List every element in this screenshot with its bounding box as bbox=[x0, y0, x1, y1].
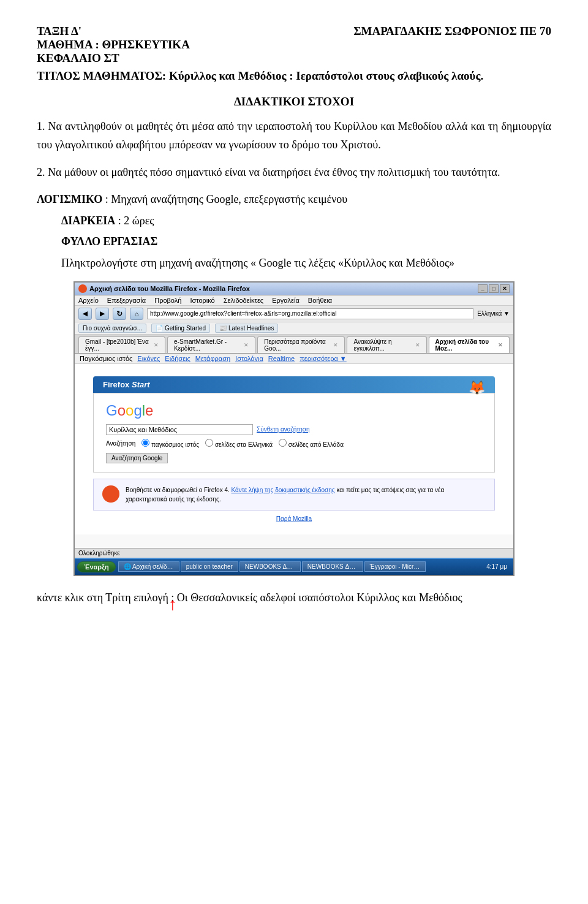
forward-btn[interactable]: ▶ bbox=[96, 308, 109, 320]
logo-o1: o bbox=[118, 402, 126, 419]
tab-encyclopedia-label: Ανακαλύψτε η εγκυκλοπ... bbox=[353, 338, 412, 352]
taskbar-item-documents[interactable]: Έγγραφοι - Microsof... bbox=[364, 561, 426, 572]
maximize-btn[interactable]: □ bbox=[489, 284, 499, 293]
bookmarks-bar: Πιο συχνά αναγνώσ... 📄 Getting Started 📰… bbox=[75, 322, 513, 335]
start-label: Έναρξη bbox=[84, 563, 109, 571]
duration-section: ΔΙΑΡΚΕΙΑ : 2 ώρες bbox=[61, 211, 551, 230]
start-button[interactable]: Έναρξη bbox=[77, 561, 116, 572]
bottom-text: κάντε κλικ στη Τρίτη επιλογή : Οι Θεσσαλ… bbox=[37, 588, 551, 607]
firefox-start-bold: Start bbox=[132, 380, 150, 389]
browser-titlebar-btns[interactable]: _ □ ✕ bbox=[478, 284, 510, 293]
search-input-row: Σύνθετη αναζήτηση bbox=[106, 424, 482, 435]
taskbar-item-newbooks2[interactable]: NEWBOOKS ΔΗΜΟΤΙ... bbox=[302, 561, 363, 572]
address-bar[interactable]: http://www.google.gr/firefox?client=fire… bbox=[147, 308, 473, 319]
back-btn[interactable]: ◀ bbox=[78, 308, 92, 320]
taskbar-item-home[interactable]: 🌐 Αρχική σελίδα του ... bbox=[118, 561, 179, 572]
left-header: ΤΑΞΗ Δ' ΜΑΘΗΜΑ : ΘΡΗΣΚΕΥΤΙΚΑ ΚΕΦΑΛΑΙΟ ΣΤ bbox=[37, 25, 190, 65]
objective-2-num: 2. bbox=[37, 166, 45, 178]
software-colon: : bbox=[105, 193, 108, 205]
taskbar-item-public[interactable]: public on teacher bbox=[181, 561, 238, 572]
reload-btn[interactable]: ↻ bbox=[113, 308, 126, 320]
browser-content: Firefox Start 🦊 Google Σύνθετη αναζήτηση… bbox=[75, 364, 513, 548]
firefox-page: Firefox Start 🦊 Google Σύνθετη αναζήτηση… bbox=[75, 364, 513, 534]
worksheet-label: ΦΥΛΛΟ ΕΡΓΑΣΙΑΣ bbox=[61, 235, 157, 248]
info-link[interactable]: Κάντε λήψη της δοκιμαστικής έκδοσης bbox=[232, 487, 335, 493]
nav-worldwide[interactable]: Παγκόσμιος ιστός bbox=[80, 355, 132, 362]
title-line: ΤΙΤΛΟΣ ΜΑΘΗΜΑΤΟΣ: Κύριλλος και Μεθόδιος … bbox=[37, 67, 551, 85]
tab-encyclopedia-close[interactable]: ✕ bbox=[415, 342, 420, 348]
software-value: Μηχανή αναζήτησης Google, επεξεργαστής κ… bbox=[111, 193, 347, 205]
menu-view[interactable]: Προβολή bbox=[154, 297, 181, 304]
browser-titlebar-left: Αρχική σελίδα του Mozilla Firefox - Mozi… bbox=[78, 284, 250, 293]
advanced-search-link[interactable]: Σύνθετη αναζήτηση bbox=[257, 426, 310, 433]
info-icon bbox=[102, 485, 119, 503]
close-btn[interactable]: ✕ bbox=[500, 284, 510, 293]
objective-2-text: Να μάθουν οι μαθητές πόσο σημαντικό είνα… bbox=[48, 166, 500, 178]
didactic-heading: ΔΙΔΑΚΤΙΚΟΙ ΣΤΟΧΟΙ bbox=[37, 95, 551, 108]
logistics-section: ΛΟΓΙΣΜΙΚΟ : Μηχανή αναζήτησης Google, επ… bbox=[37, 190, 551, 209]
logo-e: e bbox=[145, 402, 153, 419]
nav-more[interactable]: περισσότερα ▼ bbox=[300, 355, 347, 362]
nav-images[interactable]: Εικόνες bbox=[137, 355, 160, 362]
firefox-blue-bar: Firefox Start 🦊 bbox=[93, 376, 495, 393]
menu-history[interactable]: Ιστορικό bbox=[190, 297, 214, 304]
bookmark-headlines[interactable]: 📰 Latest Headlines bbox=[215, 324, 278, 333]
tab-google-products-label: Περισσότερα προϊόντα Goo... bbox=[264, 338, 331, 352]
search-button[interactable]: Αναζήτηση Google bbox=[106, 453, 168, 463]
home-btn[interactable]: ⌂ bbox=[130, 308, 143, 320]
radio-greek[interactable]: σελίδες στα Ελληνικά bbox=[205, 439, 273, 448]
bookmark-1[interactable]: Πιο συχνά αναγνώσ... bbox=[78, 324, 146, 333]
menu-bookmarks[interactable]: Σελιδοδείκτες bbox=[224, 297, 263, 304]
logo-g2: g bbox=[134, 402, 141, 419]
browser-titlebar: Αρχική σελίδα του Mozilla Firefox - Mozi… bbox=[75, 283, 513, 295]
taskbar-items: 🌐 Αρχική σελίδα του ... public on teache… bbox=[118, 561, 481, 572]
tab-mozilla-home[interactable]: Αρχική σελίδα του Μοz... ✕ bbox=[429, 336, 510, 353]
tab-gmail[interactable]: Gmail - [tpe2010b] Ένα έγγ... ✕ bbox=[78, 336, 165, 353]
menu-help[interactable]: Βοήθεια bbox=[308, 297, 332, 304]
didactic-section: ΔΙΔΑΚΤΙΚΟΙ ΣΤΟΧΟΙ 1. Να αντιληφθούν οι μ… bbox=[37, 95, 551, 182]
browser-title-text: Αρχική σελίδα του Mozilla Firefox - Mozi… bbox=[89, 285, 250, 292]
tab-esmart[interactable]: e-SmartMarket.Gr - Κερδίστ... ✕ bbox=[167, 336, 255, 353]
nav-translate[interactable]: Μετάφραση bbox=[195, 355, 230, 362]
tabs-bar: Gmail - [tpe2010b] Ένα έγγ... ✕ e-SmartM… bbox=[75, 335, 513, 354]
bookmark-getting-started[interactable]: 📄 Getting Started bbox=[151, 324, 210, 333]
worksheet-instruction: Πληκτρολογήστε στη μηχανή αναζήτησης « G… bbox=[61, 254, 551, 273]
radio-options-row: Αναζήτηση παγκόσμιος ιστός σελίδες στα Ε… bbox=[106, 439, 482, 448]
taskbar-item-newbooks1[interactable]: NEWBOOKS ΔΗΜΟΤΙ... bbox=[239, 561, 301, 572]
mozilla-link-text: Παρά Mozilla bbox=[276, 515, 312, 522]
class-label: ΤΑΞΗ Δ' bbox=[37, 25, 190, 38]
nav-realtime[interactable]: Realtime bbox=[268, 355, 295, 362]
menu-edit[interactable]: Επεξεργασία bbox=[107, 297, 146, 304]
statusbar-text: Ολοκληρώθηκε bbox=[78, 550, 120, 556]
minimize-btn[interactable]: _ bbox=[478, 284, 488, 293]
search-box-area: Google Σύνθετη αναζήτηση Αναζήτηση παγκό… bbox=[93, 393, 495, 473]
info-text-content: Βοηθήστε να διαμορφωθεί ο Firefox 4. Κάν… bbox=[126, 485, 486, 504]
radio-worldwide[interactable]: παγκόσμιος ιστός bbox=[141, 439, 199, 448]
tab-mozilla-label: Αρχική σελίδα του Μοz... bbox=[435, 338, 496, 352]
mozilla-link[interactable]: Παρά Mozilla bbox=[93, 515, 495, 522]
tab-gmail-label: Gmail - [tpe2010b] Ένα έγγ... bbox=[85, 338, 151, 352]
browser-menubar: Αρχείο Επεξεργασία Προβολή Ιστορικό Σελι… bbox=[75, 295, 513, 306]
taskbar: Έναρξη 🌐 Αρχική σελίδα του ... public on… bbox=[75, 558, 513, 575]
tab-google-products[interactable]: Περισσότερα προϊόντα Goo... ✕ bbox=[257, 336, 345, 353]
browser-toolbar: ◀ ▶ ↻ ⌂ http://www.google.gr/firefox?cli… bbox=[75, 306, 513, 322]
menu-file[interactable]: Αρχείο bbox=[78, 297, 99, 304]
nav-blogs[interactable]: Ιστολόγια bbox=[235, 355, 263, 362]
greek-lang-indicator: Ελληνικά ▼ bbox=[477, 310, 510, 317]
radio-greece[interactable]: σελίδες από Ελλάδα bbox=[279, 439, 344, 448]
search-input[interactable] bbox=[106, 424, 253, 435]
tab-encyclopedia[interactable]: Ανακαλύψτε η εγκυκλοπ... ✕ bbox=[347, 336, 426, 353]
objective-1-num: 1. bbox=[37, 120, 45, 132]
info-main-text: Βοηθήστε να διαμορφωθεί ο Firefox 4. bbox=[126, 487, 232, 493]
tab-gmail-close[interactable]: ✕ bbox=[154, 342, 159, 348]
nav-news[interactable]: Ειδήσεις bbox=[165, 355, 190, 362]
tab-mozilla-close[interactable]: ✕ bbox=[498, 342, 503, 348]
tab-google-products-close[interactable]: ✕ bbox=[333, 342, 338, 348]
objective-1: 1. Να αντιληφθούν οι μαθητές ότι μέσα απ… bbox=[37, 117, 551, 154]
objective-2: 2. Να μάθουν οι μαθητές πόσο σημαντικό ε… bbox=[37, 163, 551, 182]
page-header: ΤΑΞΗ Δ' ΜΑΘΗΜΑ : ΘΡΗΣΚΕΥΤΙΚΑ ΚΕΦΑΛΑΙΟ ΣΤ… bbox=[37, 25, 551, 85]
google-logo: Google bbox=[106, 402, 482, 419]
greek-lang-text: Ελληνικά ▼ bbox=[477, 310, 510, 317]
menu-tools[interactable]: Εργαλεία bbox=[272, 297, 300, 304]
tab-esmart-close[interactable]: ✕ bbox=[244, 342, 249, 348]
